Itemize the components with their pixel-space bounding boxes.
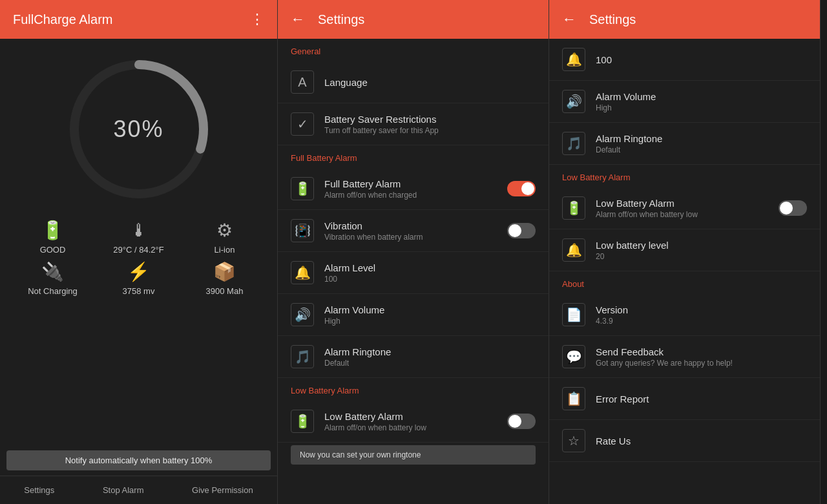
error-report-text: Error Report <box>596 394 807 404</box>
feedback-subtitle: Got any queries? We are happy to help! <box>596 359 807 368</box>
version-icon: 📄 <box>562 303 585 326</box>
battery-saver-subtitle: Turn off battery saver for this App <box>324 126 536 135</box>
alarm-level-top-icon: 🔔 <box>562 48 585 71</box>
item-alarm-volume[interactable]: 🔊 Alarm Volume High <box>278 294 549 336</box>
alarm-level-top-text: 100 <box>596 54 807 65</box>
full-battery-alarm-text: Full Battery Alarm Alarm off/on when cha… <box>324 178 497 200</box>
battery-percent: 30% <box>113 116 163 143</box>
panel-main: FullCharge Alarm ⋮ 30% 🔋 GOOD 🌡 29°C / 8… <box>0 0 278 504</box>
item-feedback[interactable]: 💬 Send Feedback Got any queries? We are … <box>549 336 820 378</box>
vibration-icon: 📳 <box>291 219 314 242</box>
voltage-icon: ⚡ <box>127 261 150 282</box>
low-battery-level-text: Low battery level 20 <box>596 240 807 261</box>
item-low-battery-alarm[interactable]: 🔋 Low Battery Alarm Alarm off/on when ba… <box>278 401 549 443</box>
capacity-icon: 📦 <box>213 261 236 282</box>
thermometer-icon: 🌡 <box>130 220 148 241</box>
item-alarm-volume-p3[interactable]: 🔊 Alarm Volume High <box>549 81 820 123</box>
feedback-title: Send Feedback <box>596 346 807 357</box>
alarm-ringtone-p3-subtitle: Default <box>596 145 807 154</box>
alarm-ringtone-icon: 🎵 <box>291 345 314 368</box>
item-full-battery-alarm[interactable]: 🔋 Full Battery Alarm Alarm off/on when c… <box>278 168 549 210</box>
low-battery-p3-subtitle: Alarm off/on when battery low <box>596 210 768 219</box>
item-alarm-ringtone-p3[interactable]: 🎵 Alarm Ringtone Default <box>549 123 820 165</box>
low-battery-level-icon: 🔔 <box>562 238 585 262</box>
low-battery-p3-icon: 🔋 <box>562 196 585 220</box>
low-battery-alarm-subtitle: Alarm off/on when battery low <box>324 423 497 432</box>
vibration-toggle[interactable] <box>507 223 536 238</box>
full-battery-alarm-title: Full Battery Alarm <box>324 178 497 189</box>
item-alarm-level-top[interactable]: 🔔 100 <box>549 39 820 81</box>
language-icon: A <box>291 70 314 94</box>
toggle-knob-low <box>508 415 521 428</box>
back-button-3[interactable]: ← <box>562 11 576 28</box>
alarm-volume-p3-text: Alarm Volume High <box>596 91 807 112</box>
menu-icon[interactable]: ⋮ <box>250 11 264 28</box>
item-error-report[interactable]: 📋 Error Report <box>549 378 820 420</box>
nav-settings[interactable]: Settings <box>17 483 61 498</box>
alarm-volume-p3-title: Alarm Volume <box>596 91 807 102</box>
alarm-volume-icon: 🔊 <box>291 303 314 326</box>
item-alarm-level[interactable]: 🔔 Alarm Level 100 <box>278 252 549 294</box>
settings-list-2: General A Language ✓ Battery Saver Restr… <box>278 39 549 504</box>
stat-type-label: Li-ion <box>215 245 235 255</box>
feedback-icon: 💬 <box>562 345 585 368</box>
low-battery-p3-text: Low Battery Alarm Alarm off/on when batt… <box>596 198 768 219</box>
settings-header-2: ← Settings <box>278 0 549 39</box>
alarm-ringtone-p3-icon: 🎵 <box>562 132 585 155</box>
low-battery-level-title: Low battery level <box>596 240 807 251</box>
stats-grid: 🔋 GOOD 🌡 29°C / 84.2°F ⚙ Li-ion 🔌 Not Ch… <box>13 220 264 296</box>
section-low-battery-p3: Low Battery Alarm <box>549 165 820 187</box>
back-button-2[interactable]: ← <box>291 11 305 28</box>
alarm-volume-p3-icon: 🔊 <box>562 90 585 113</box>
low-battery-alarm-title: Low Battery Alarm <box>324 411 497 422</box>
battery-gauge: 30% <box>61 52 216 207</box>
alarm-ringtone-title: Alarm Ringtone <box>324 346 536 357</box>
alarm-volume-subtitle: High <box>324 317 536 326</box>
alarm-ringtone-text: Alarm Ringtone Default <box>324 346 536 368</box>
full-battery-alarm-subtitle: Alarm off/on when charged <box>324 191 497 200</box>
stat-mv: ⚡ 3758 mv <box>99 261 178 296</box>
low-battery-p3-toggle[interactable] <box>779 200 807 216</box>
stat-temp-label: 29°C / 84.2°F <box>113 245 163 255</box>
toggle-knob-vibration <box>508 224 521 237</box>
stat-good: 🔋 GOOD <box>13 220 92 255</box>
low-battery-p3-title: Low Battery Alarm <box>596 198 768 209</box>
item-language[interactable]: A Language <box>278 61 549 103</box>
alarm-ringtone-subtitle: Default <box>324 359 536 368</box>
stat-charging-label: Not Charging <box>28 286 78 296</box>
battery-saver-title: Battery Saver Restrictions <box>324 114 536 125</box>
settings-title-3: Settings <box>589 12 636 27</box>
low-battery-toggle[interactable] <box>507 414 536 429</box>
battery-saver-icon: ✓ <box>291 112 314 136</box>
item-alarm-ringtone[interactable]: 🎵 Alarm Ringtone Default <box>278 336 549 378</box>
charging-icon: 🔌 <box>41 261 64 282</box>
alarm-volume-p3-subtitle: High <box>596 103 807 112</box>
alarm-ringtone-p3-text: Alarm Ringtone Default <box>596 133 807 154</box>
battery-health-icon: 🔋 <box>41 220 64 241</box>
alarm-volume-text: Alarm Volume High <box>324 304 536 326</box>
vibration-title: Vibration <box>324 220 497 231</box>
nav-stop-alarm[interactable]: Stop Alarm <box>96 483 151 498</box>
error-report-icon: 📋 <box>562 387 585 410</box>
item-version[interactable]: 📄 Version 4.3.9 <box>549 294 820 336</box>
alarm-level-text: Alarm Level 100 <box>324 262 536 284</box>
settings-title-2: Settings <box>318 12 364 27</box>
main-content: 30% 🔋 GOOD 🌡 29°C / 84.2°F ⚙ Li-ion 🔌 No… <box>0 39 277 450</box>
settings-header-3: ← Settings <box>549 0 820 39</box>
panel-settings-2: ← Settings 🔔 100 🔊 Alarm Volume High 🎵 A… <box>549 0 821 504</box>
feedback-text: Send Feedback Got any queries? We are ha… <box>596 346 807 368</box>
language-text: Language <box>324 77 536 88</box>
item-vibration[interactable]: 📳 Vibration Vibration when battery alarm <box>278 210 549 252</box>
nav-give-permission[interactable]: Give Permission <box>185 483 260 498</box>
item-battery-saver[interactable]: ✓ Battery Saver Restrictions Turn off ba… <box>278 103 549 145</box>
vibration-text: Vibration Vibration when battery alarm <box>324 220 497 242</box>
version-subtitle: 4.3.9 <box>596 317 807 326</box>
section-full-battery: Full Battery Alarm <box>278 145 549 168</box>
item-rate-us[interactable]: ☆ Rate Us <box>549 420 820 462</box>
item-low-battery-p3[interactable]: 🔋 Low Battery Alarm Alarm off/on when ba… <box>549 187 820 229</box>
language-title: Language <box>324 77 536 88</box>
item-low-battery-level[interactable]: 🔔 Low battery level 20 <box>549 229 820 271</box>
full-battery-toggle[interactable] <box>507 181 536 196</box>
low-battery-alarm-icon: 🔋 <box>291 410 314 433</box>
app-title: FullCharge Alarm <box>13 12 113 27</box>
